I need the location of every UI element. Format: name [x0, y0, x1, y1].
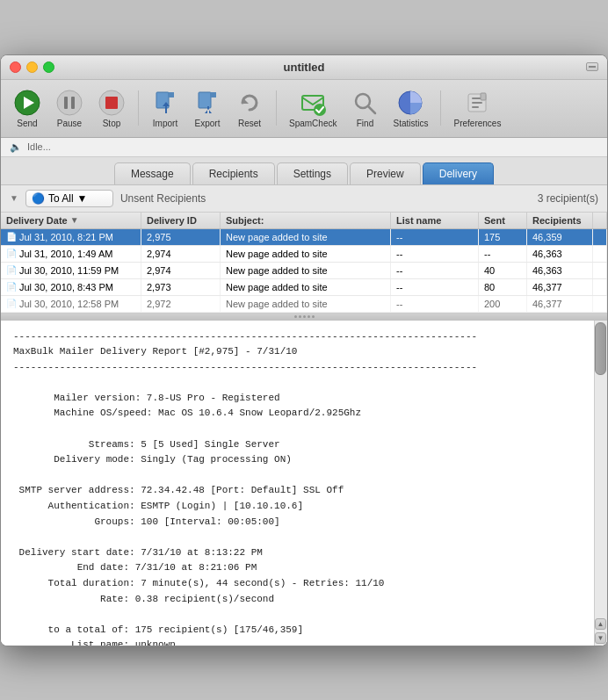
preferences-button[interactable]: Preferences	[448, 85, 506, 132]
pause-label: Pause	[57, 119, 82, 128]
th-date-label: Delivery Date	[6, 215, 68, 226]
tab-settings[interactable]: Settings	[277, 162, 348, 184]
table-row[interactable]: 📄 Jul 30, 2010, 8:43 PM 2,973 New page a…	[1, 279, 607, 296]
export-button[interactable]: Export	[188, 85, 227, 132]
row-doc-icon: 📄	[6, 265, 17, 275]
td-id: 2,974	[141, 246, 221, 262]
th-scroll	[593, 213, 607, 228]
tab-preview[interactable]: Preview	[350, 162, 421, 184]
td-subject: New page added to site	[221, 296, 391, 312]
find-icon	[351, 89, 379, 117]
toolbar: Send Pause Stop	[1, 80, 607, 138]
pane-drag-handle[interactable]	[1, 314, 607, 321]
scrollbar-thumb[interactable]	[595, 322, 606, 375]
th-sent-label: Sent	[484, 215, 505, 226]
td-scroll	[593, 296, 607, 312]
spamcheck-icon	[299, 89, 327, 117]
table-row[interactable]: 📄 Jul 31, 2010, 8:21 PM 2,975 New page a…	[1, 229, 607, 246]
tab-message[interactable]: Message	[114, 162, 191, 184]
row-doc-icon: 📄	[6, 232, 17, 242]
th-sent: Sent	[479, 213, 527, 228]
td-recipients: 46,363	[527, 263, 593, 278]
import-label: Import	[153, 119, 177, 128]
td-scroll	[593, 229, 607, 245]
main-window: untitled Send Pau	[0, 54, 608, 646]
statistics-button[interactable]: Statistics	[387, 85, 433, 132]
find-button[interactable]: Find	[345, 85, 384, 132]
reset-button[interactable]: Reset	[230, 85, 269, 132]
td-subject: New page added to site	[221, 263, 391, 278]
title-bar-right	[586, 62, 598, 71]
table-row[interactable]: 📄 Jul 30, 2010, 11:59 PM 2,974 New page …	[1, 263, 607, 279]
stop-button[interactable]: Stop	[92, 85, 131, 132]
import-icon	[151, 89, 179, 117]
report-wrapper: ----------------------------------------…	[1, 321, 607, 646]
td-sent: 80	[479, 279, 527, 295]
status-speaker-icon: 🔈	[10, 141, 22, 153]
th-id-label: Delivery ID	[147, 215, 197, 226]
table-row[interactable]: 📄 Jul 31, 2010, 1:49 AM 2,974 New page a…	[1, 246, 607, 263]
table-row[interactable]: 📄 Jul 30, 2010, 12:58 PM 2,972 New page …	[1, 296, 607, 313]
spamcheck-button[interactable]: SpamCheck	[284, 85, 342, 132]
th-list: List name	[391, 213, 479, 228]
send-label: Send	[17, 119, 37, 128]
tab-recipients[interactable]: Recipients	[192, 162, 275, 184]
send-button[interactable]: Send	[8, 85, 47, 132]
svg-line-19	[368, 106, 375, 113]
tab-delivery[interactable]: Delivery	[423, 162, 494, 184]
svg-rect-6	[105, 97, 118, 109]
title-bar: untitled	[1, 55, 607, 80]
th-subject-label: Subject:	[226, 215, 264, 226]
export-label: Export	[195, 119, 221, 128]
delivery-table: Delivery Date ▼ Delivery ID Subject: Lis…	[1, 213, 607, 314]
pause-button[interactable]: Pause	[50, 85, 89, 132]
preferences-label: Preferences	[453, 119, 501, 128]
svg-rect-13	[211, 92, 216, 97]
td-subject: New page added to site	[221, 229, 391, 245]
td-recipients: 46,359	[527, 229, 593, 245]
window-title: untitled	[284, 61, 325, 74]
td-recipients: 46,377	[527, 279, 593, 295]
td-list: --	[391, 246, 479, 262]
th-date-sort-icon: ▼	[70, 215, 79, 225]
filter-dropdown-icon: 🔵	[32, 192, 45, 205]
td-list: --	[391, 279, 479, 295]
scrollbar-track[interactable]: ▼ ▲	[594, 321, 607, 646]
th-recipients: Recipients	[527, 213, 593, 228]
td-sent: 40	[479, 263, 527, 278]
stop-label: Stop	[103, 119, 121, 128]
td-list: --	[391, 296, 479, 312]
td-date: 📄 Jul 30, 2010, 12:58 PM	[1, 296, 141, 312]
scroll-down-button[interactable]: ▼	[595, 632, 606, 644]
window-shade-button[interactable]	[586, 62, 598, 71]
td-scroll	[593, 279, 607, 295]
scroll-up-button[interactable]: ▲	[595, 618, 606, 630]
filter-collapse-icon[interactable]: ▼	[10, 193, 18, 203]
minimize-button[interactable]	[26, 61, 38, 73]
divider-1	[138, 90, 139, 126]
find-label: Find	[357, 119, 373, 128]
filter-bar: ▼ 🔵 To All ▼ Unsent Recipients 3 recipie…	[1, 185, 607, 213]
svg-rect-23	[472, 102, 482, 104]
close-button[interactable]	[10, 61, 21, 73]
th-subject: Subject:	[221, 213, 391, 228]
delivery-report[interactable]: ----------------------------------------…	[1, 321, 607, 646]
import-button[interactable]: Import	[146, 85, 185, 132]
send-icon	[13, 89, 41, 117]
td-scroll	[593, 246, 607, 262]
maximize-button[interactable]	[43, 61, 54, 73]
filter-dropdown[interactable]: 🔵 To All ▼	[25, 190, 113, 207]
td-sent: 175	[479, 229, 527, 245]
th-list-label: List name	[396, 215, 441, 226]
td-sent: 200	[479, 296, 527, 312]
svg-rect-3	[64, 97, 68, 109]
td-sent: --	[479, 246, 527, 262]
status-bar: 🔈 Idle...	[1, 138, 607, 157]
td-id: 2,975	[141, 229, 221, 245]
th-recipients-label: Recipients	[532, 215, 582, 226]
preferences-icon	[463, 89, 491, 117]
td-date: 📄 Jul 30, 2010, 11:59 PM	[1, 263, 141, 278]
export-icon	[193, 89, 221, 117]
row-doc-icon: 📄	[6, 299, 17, 308]
td-date: 📄 Jul 31, 2010, 8:21 PM	[1, 229, 141, 245]
